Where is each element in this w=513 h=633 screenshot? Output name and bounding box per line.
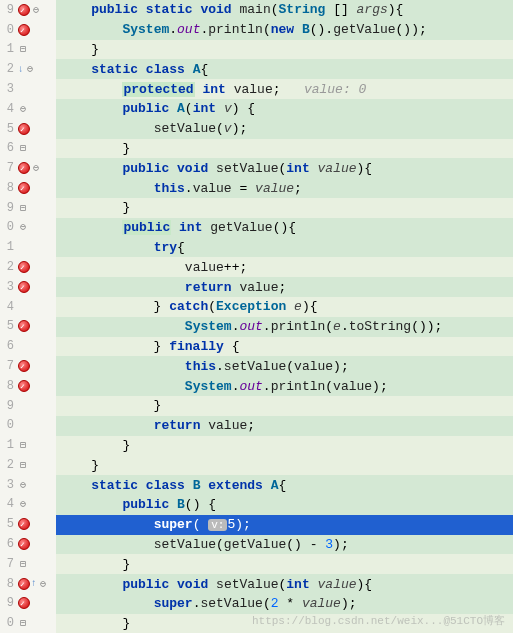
fold-icon[interactable]: ⊖	[18, 104, 28, 114]
gutter-marks[interactable]	[16, 123, 56, 135]
breakpoint-icon[interactable]	[18, 162, 30, 174]
breakpoint-icon[interactable]	[18, 24, 30, 36]
gutter-marks[interactable]: ↓⊖	[16, 64, 56, 75]
gutter-marks[interactable]	[16, 320, 56, 332]
fold-icon[interactable]: ⊖	[31, 5, 41, 15]
gutter-marks[interactable]	[16, 597, 56, 609]
gutter-marks[interactable]	[16, 518, 56, 530]
token: public	[122, 220, 171, 235]
code-line[interactable]: public int getValue(){	[56, 218, 513, 238]
breakpoint-icon[interactable]	[18, 360, 30, 372]
fold-icon[interactable]: ⊟	[18, 618, 28, 628]
gutter-marks[interactable]	[16, 380, 56, 392]
gutter-marks[interactable]	[16, 360, 56, 372]
code-line[interactable]: }	[56, 455, 513, 475]
code-line[interactable]: super( v:5);	[56, 515, 513, 535]
gutter-marks[interactable]: ⊟	[16, 440, 56, 450]
fold-icon[interactable]: ⊖	[18, 222, 28, 232]
fold-icon[interactable]: ⊟	[18, 440, 28, 450]
gutter-marks[interactable]	[16, 538, 56, 550]
breakpoint-icon[interactable]	[18, 261, 30, 273]
token: }	[60, 339, 169, 354]
code-line[interactable]: static class A{	[56, 59, 513, 79]
token	[60, 240, 154, 255]
code-line[interactable]: System.out.println(new B().getValue());	[56, 20, 513, 40]
gutter-marks[interactable]: ⊖	[16, 222, 56, 232]
gutter-marks[interactable]: ⊖	[16, 4, 56, 16]
code-line[interactable]: protected int value; value: 0	[56, 79, 513, 99]
code-area[interactable]: public static void main(String [] args){…	[56, 0, 513, 633]
breakpoint-icon[interactable]	[18, 380, 30, 392]
gutter-marks[interactable]: ⊟	[16, 203, 56, 213]
code-line[interactable]: }	[56, 614, 513, 633]
fold-icon[interactable]: ⊖	[18, 499, 28, 509]
gutter-marks[interactable]: ⊖	[16, 104, 56, 114]
code-line[interactable]: this.value = value;	[56, 178, 513, 198]
breakpoint-icon[interactable]	[18, 597, 30, 609]
token	[60, 121, 154, 136]
code-line[interactable]: value++;	[56, 257, 513, 277]
code-editor[interactable]: 9⊖01⊟2↓⊖34⊖56⊟7⊖89⊟0⊖12345678901⊟2⊟3⊖4⊖5…	[0, 0, 513, 633]
fold-icon[interactable]: ⊖	[31, 163, 41, 173]
code-line[interactable]: }	[56, 436, 513, 456]
code-line[interactable]: this.setValue(value);	[56, 356, 513, 376]
breakpoint-icon[interactable]	[18, 518, 30, 530]
code-line[interactable]: }	[56, 40, 513, 60]
line-number: 1	[0, 438, 16, 452]
gutter-marks[interactable]: ⊟	[16, 559, 56, 569]
code-line[interactable]: } catch(Exception e){	[56, 297, 513, 317]
breakpoint-icon[interactable]	[18, 578, 30, 590]
override-arrow-icon[interactable]: ↓	[18, 64, 24, 75]
fold-icon[interactable]: ⊖	[25, 64, 35, 74]
code-line[interactable]: } finally {	[56, 337, 513, 357]
breakpoint-icon[interactable]	[18, 538, 30, 550]
code-line[interactable]: System.out.println(value);	[56, 376, 513, 396]
code-line[interactable]: }	[56, 139, 513, 159]
breakpoint-icon[interactable]	[18, 123, 30, 135]
code-line[interactable]: return value;	[56, 416, 513, 436]
code-line[interactable]: public void setValue(int value){	[56, 158, 513, 178]
gutter-marks[interactable]: ⊟	[16, 460, 56, 470]
code-line[interactable]: static class B extends A{	[56, 475, 513, 495]
token	[310, 161, 318, 176]
breakpoint-icon[interactable]	[18, 182, 30, 194]
gutter-marks[interactable]: ↑⊖	[16, 578, 56, 590]
gutter-marks[interactable]: ⊟	[16, 618, 56, 628]
override-arrow-icon[interactable]: ↑	[31, 578, 37, 589]
token: out	[177, 22, 200, 37]
fold-icon[interactable]: ⊖	[18, 480, 28, 490]
fold-icon[interactable]: ⊖	[38, 579, 48, 589]
code-line[interactable]: return value;	[56, 277, 513, 297]
line-number: 9	[0, 399, 16, 413]
breakpoint-icon[interactable]	[18, 320, 30, 332]
gutter-marks[interactable]	[16, 281, 56, 293]
token: void	[200, 2, 231, 17]
breakpoint-icon[interactable]	[18, 281, 30, 293]
gutter-marks[interactable]	[16, 24, 56, 36]
code-line[interactable]: public A(int v) {	[56, 99, 513, 119]
code-line[interactable]: public B() {	[56, 495, 513, 515]
gutter-marks[interactable]: ⊖	[16, 499, 56, 509]
fold-icon[interactable]: ⊟	[18, 460, 28, 470]
code-line[interactable]: }	[56, 554, 513, 574]
code-line[interactable]: System.out.println(e.toString());	[56, 317, 513, 337]
code-line[interactable]: try{	[56, 238, 513, 258]
fold-icon[interactable]: ⊟	[18, 44, 28, 54]
code-line[interactable]: setValue(v);	[56, 119, 513, 139]
fold-icon[interactable]: ⊟	[18, 203, 28, 213]
gutter-marks[interactable]: ⊟	[16, 44, 56, 54]
code-line[interactable]: super.setValue(2 * value);	[56, 594, 513, 614]
gutter-marks[interactable]	[16, 261, 56, 273]
code-line[interactable]: public static void main(String [] args){	[56, 0, 513, 20]
fold-icon[interactable]: ⊟	[18, 559, 28, 569]
breakpoint-icon[interactable]	[18, 4, 30, 16]
code-line[interactable]: public void setValue(int value){	[56, 574, 513, 594]
gutter-marks[interactable]: ⊟	[16, 143, 56, 153]
code-line[interactable]: }	[56, 198, 513, 218]
gutter-marks[interactable]	[16, 182, 56, 194]
code-line[interactable]: setValue(getValue() - 3);	[56, 535, 513, 555]
gutter-marks[interactable]: ⊖	[16, 480, 56, 490]
gutter-marks[interactable]: ⊖	[16, 162, 56, 174]
code-line[interactable]: }	[56, 396, 513, 416]
fold-icon[interactable]: ⊟	[18, 143, 28, 153]
